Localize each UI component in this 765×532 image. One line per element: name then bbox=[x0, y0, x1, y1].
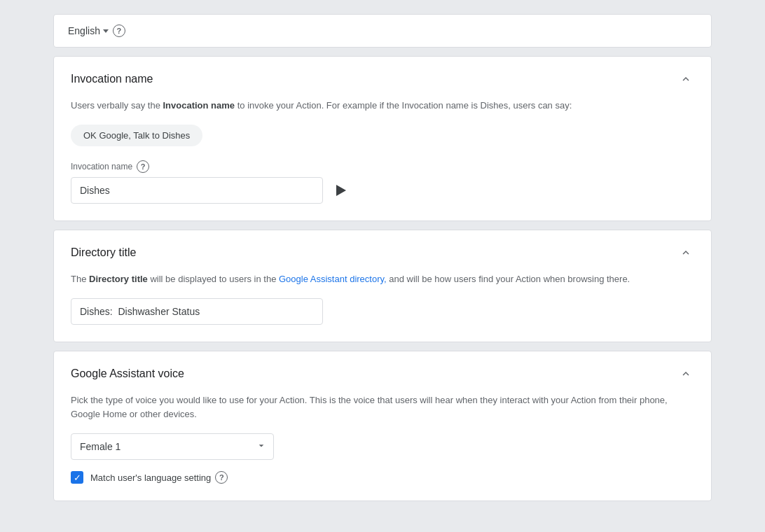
play-icon bbox=[336, 185, 346, 196]
invocation-body: Users verbally say the Invocation name t… bbox=[54, 99, 711, 220]
directory-description: The Directory title will be displayed to… bbox=[71, 272, 694, 287]
match-language-row: ✓ Match user's language setting ? bbox=[71, 471, 694, 484]
invocation-input-row bbox=[71, 177, 694, 204]
directory-bold: Directory title bbox=[89, 274, 148, 284]
voice-description: Pick the type of voice you would like to… bbox=[71, 393, 694, 423]
page-container: English ? Invocation name Users verbally… bbox=[53, 14, 712, 518]
match-language-label: Match user's language setting ? bbox=[90, 471, 228, 484]
example-chip: OK Google, Talk to Dishes bbox=[71, 125, 202, 146]
collapse-directory-button[interactable] bbox=[677, 244, 694, 261]
match-language-help-icon[interactable]: ? bbox=[215, 471, 228, 484]
invocation-name-input[interactable] bbox=[71, 177, 323, 204]
help-icon[interactable]: ? bbox=[113, 24, 125, 37]
invocation-title: Invocation name bbox=[71, 73, 153, 85]
checkmark-icon: ✓ bbox=[74, 473, 81, 482]
invocation-bold: Invocation name bbox=[163, 100, 235, 111]
voice-body: Pick the type of voice you would like to… bbox=[54, 393, 711, 501]
lang-bar-card: English ? bbox=[53, 14, 712, 48]
collapse-voice-button[interactable] bbox=[677, 365, 694, 382]
voice-header: Google Assistant voice bbox=[54, 351, 711, 393]
lang-bar: English ? bbox=[54, 15, 711, 47]
voice-card: Google Assistant voice Pick the type of … bbox=[53, 351, 712, 502]
google-assistant-directory-link[interactable]: Google Assistant directory, bbox=[279, 274, 387, 284]
voice-title: Google Assistant voice bbox=[71, 368, 184, 380]
invocation-header: Invocation name bbox=[54, 57, 711, 99]
invocation-description: Users verbally say the Invocation name t… bbox=[71, 99, 694, 113]
voice-select-wrapper: Female 1 Female 2 Male 1 Male 2 bbox=[71, 433, 274, 460]
match-language-checkbox[interactable]: ✓ bbox=[71, 471, 83, 484]
directory-body: The Directory title will be displayed to… bbox=[54, 272, 711, 342]
collapse-invocation-button[interactable] bbox=[677, 71, 694, 88]
invocation-field-help-icon[interactable]: ? bbox=[137, 160, 149, 173]
chevron-down-icon bbox=[103, 29, 109, 33]
invocation-card: Invocation name Users verbally say the I… bbox=[53, 56, 712, 221]
directory-card: Directory title The Directory title will… bbox=[53, 230, 712, 342]
language-label: English bbox=[68, 25, 100, 36]
language-selector[interactable]: English bbox=[68, 25, 109, 36]
voice-select[interactable]: Female 1 Female 2 Male 1 Male 2 bbox=[71, 433, 274, 460]
play-pronunciation-button[interactable] bbox=[331, 181, 351, 200]
directory-title: Directory title bbox=[71, 246, 136, 259]
directory-header: Directory title bbox=[54, 230, 711, 272]
directory-title-input[interactable] bbox=[71, 298, 323, 325]
invocation-field-label: Invocation name ? bbox=[71, 160, 694, 173]
